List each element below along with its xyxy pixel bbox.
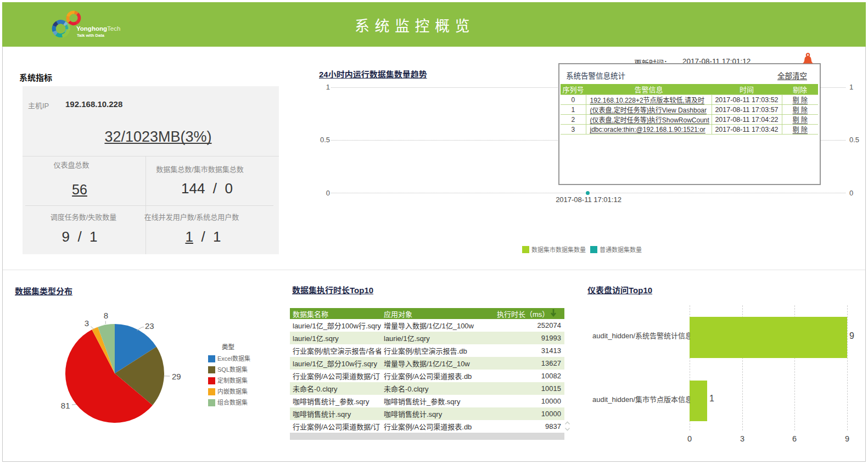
svg-text:3: 3 <box>85 318 89 328</box>
svg-text:23: 23 <box>145 321 154 331</box>
svg-text:8: 8 <box>104 311 108 320</box>
svg-text:81: 81 <box>61 401 70 410</box>
svg-text:29: 29 <box>172 372 181 381</box>
